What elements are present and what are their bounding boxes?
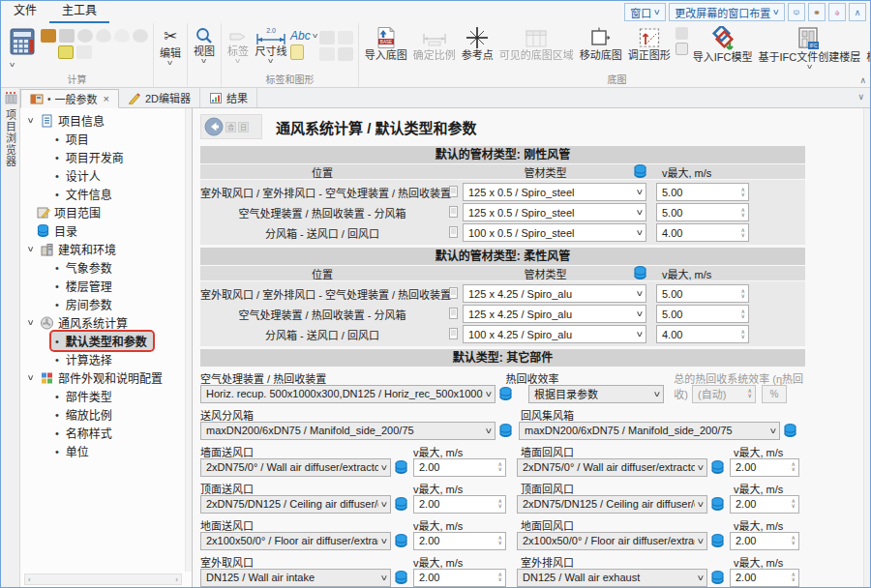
database-icon[interactable] — [395, 571, 407, 585]
machine-tool-icon[interactable] — [41, 29, 56, 43]
outlet-combobox[interactable]: 2xDN75/DN125 / Ceiling air diffuser/extr… — [517, 495, 707, 514]
database-icon[interactable] — [711, 534, 724, 548]
spinner-arrows[interactable]: ∧∨ — [498, 536, 502, 545]
tree-node-units[interactable]: •单位 — [20, 442, 192, 460]
outlet-combobox[interactable]: DN125 / Wall air intake∨ — [200, 569, 391, 587]
tree-node-ventilation-calc[interactable]: ∨ 通风系统计算 — [20, 313, 192, 332]
database-icon[interactable] — [395, 460, 407, 475]
copy-page-icon[interactable] — [447, 327, 460, 341]
spinner-arrows[interactable]: ∧∨ — [792, 462, 796, 472]
pump-tool-icon[interactable] — [59, 29, 75, 43]
vmax-spinner[interactable]: 2.00∧∨ — [730, 495, 799, 514]
material-button[interactable] — [808, 3, 826, 21]
vmax-spinner[interactable]: 2.00∧∨ — [730, 458, 799, 477]
copy-page-icon[interactable] — [447, 286, 460, 301]
table2-icon[interactable] — [338, 47, 353, 61]
spinner-arrows[interactable]: ∧∨ — [741, 208, 745, 218]
database-icon[interactable] — [711, 460, 724, 475]
edit-button[interactable]: ✂ 编辑 ∨ — [157, 25, 184, 67]
import-basemap-button[interactable]: 导入底图 — [362, 25, 410, 63]
vmax-spinner[interactable]: 5.00∧∨ — [656, 203, 749, 221]
move-basemap-button[interactable]: 移动底图 — [577, 25, 625, 63]
spinner-arrows[interactable]: ∧∨ — [741, 188, 745, 197]
copy-page-icon[interactable] — [447, 307, 460, 321]
tree-node-developer[interactable]: •项目开发商 — [20, 148, 192, 166]
spinner-arrows[interactable]: ∧∨ — [498, 573, 502, 582]
tree-node-building-env[interactable]: ∨ 建筑和环境 — [20, 240, 192, 258]
tree-node-default-types[interactable]: • 默认类型和参数 — [20, 332, 192, 350]
yellow-duct-icon[interactable] — [58, 45, 74, 59]
database-icon[interactable] — [711, 571, 724, 585]
ahu-combobox[interactable]: Horiz. recup. 500x1000x300,DN125 / Horiz… — [200, 385, 496, 403]
list2-icon[interactable] — [319, 47, 335, 61]
tree-node-room-params[interactable]: •房间参数 — [20, 295, 192, 313]
duct-type-combobox[interactable]: 100 x 4.25 / Spiro_alu∨ — [463, 325, 646, 343]
tree-horizontal-scrollbar[interactable]: ‹ › — [24, 573, 182, 585]
expander-icon[interactable]: ∨ — [23, 373, 38, 382]
database-icon[interactable] — [395, 534, 407, 548]
table-icon[interactable] — [338, 31, 353, 44]
vmax-spinner[interactable]: 4.00∧∨ — [656, 223, 749, 242]
supply-manifold-combobox[interactable]: maxDN200/6xDN75 / Manifold_side_200/75∨ — [200, 422, 496, 440]
list-icon[interactable] — [319, 31, 335, 44]
expander-icon[interactable]: ∨ — [23, 116, 38, 125]
drop2-tool-icon[interactable] — [114, 29, 130, 43]
copy-page-icon[interactable] — [447, 225, 460, 240]
vmax-spinner[interactable]: 5.00∧∨ — [656, 284, 749, 303]
tab-2d-editor[interactable]: 2D编辑器 — [119, 88, 200, 107]
vmax-spinner[interactable]: 2.00∧∨ — [413, 495, 506, 514]
vmax-spinner[interactable]: 4.00∧∨ — [656, 325, 749, 343]
target-icon[interactable] — [676, 43, 688, 55]
copy-tool-icon[interactable] — [76, 45, 92, 59]
tree-node-name-style[interactable]: •名称样式 — [20, 424, 192, 442]
database-icon[interactable] — [634, 164, 646, 179]
main-vertical-scrollbar[interactable] — [863, 108, 870, 587]
database-icon[interactable] — [395, 497, 407, 512]
screen-layout-dropdown[interactable]: 更改屏幕的窗口布置 ∨ — [669, 3, 785, 21]
expander-icon[interactable]: ∨ — [23, 318, 38, 327]
gear-tool-icon[interactable] — [133, 29, 148, 43]
outlet-combobox[interactable]: 2xDN75/0° / Wall air diffuser/extractor∨ — [200, 458, 391, 477]
tab-general-parameters[interactable]: • 一般参数 × — [20, 89, 119, 108]
abc-text-button[interactable]: Abc ∨ — [290, 29, 317, 43]
spinner-arrows[interactable]: ∧∨ — [741, 228, 745, 238]
spinner-arrows[interactable]: ∧∨ — [498, 462, 502, 472]
set-scale-button[interactable]: 确定比例 — [410, 25, 459, 63]
return-manifold-combobox[interactable]: maxDN200/6xDN75 / Manifold_side_200/75∨ — [519, 422, 780, 440]
copy-page-icon[interactable] — [447, 185, 460, 199]
heat-recovery-combobox[interactable]: 根据目录参数∨ — [528, 385, 664, 403]
tab-results[interactable]: 结果 — [200, 88, 257, 107]
spinner-arrows[interactable]: ∧∨ — [792, 573, 796, 582]
vmax-spinner[interactable]: 2.00∧∨ — [413, 532, 506, 550]
spinner-arrows[interactable]: ∧∨ — [741, 330, 745, 339]
adjust-graphic-button[interactable]: 调正图形 — [625, 25, 674, 63]
tree-node-project[interactable]: •项目 — [20, 130, 192, 148]
duct-type-combobox[interactable]: 100 x 0.5 / Spiro_steel∨ — [463, 223, 646, 242]
calculate-button[interactable]: ∨ — [4, 25, 39, 68]
floors-from-ifc-button[interactable]: 基于IFC文件创建楼层 ∨ — [756, 25, 864, 71]
spinner-arrows[interactable]: ∧∨ — [498, 499, 502, 509]
view-button[interactable]: 视图 ∨ — [191, 25, 218, 65]
scroll-left-icon[interactable]: ‹ — [28, 575, 31, 584]
database-icon[interactable] — [711, 497, 724, 512]
duct-type-combobox[interactable]: 125 x 4.25 / Spiro_alu∨ — [463, 305, 646, 323]
yellow-page-icon[interactable] — [290, 44, 304, 60]
close-icon[interactable]: × — [104, 93, 109, 104]
spinner-arrows[interactable]: ∧∨ — [792, 499, 796, 509]
database-icon[interactable] — [634, 266, 646, 280]
vmax-spinner[interactable]: 2.00∧∨ — [730, 569, 799, 587]
project-browser-vertical-tab[interactable]: 项目浏览器 — [3, 109, 18, 167]
visible-area-button[interactable]: 可见的底图区域 — [496, 25, 577, 63]
nav-mini-button-2[interactable]: 日 — [238, 122, 249, 132]
spinner-arrows[interactable]: ∧∨ — [792, 536, 796, 545]
expander-icon[interactable]: ∨ — [23, 245, 38, 253]
columns-icon[interactable] — [676, 27, 688, 40]
tree-node-project-scope[interactable]: 项目范围 — [20, 203, 192, 221]
drop-button[interactable] — [828, 3, 846, 21]
tree-node-component-type[interactable]: •部件类型 — [20, 387, 192, 405]
duct-type-combobox[interactable]: 125 x 0.5 / Spiro_steel∨ — [463, 203, 646, 221]
copy-page-icon[interactable] — [447, 205, 460, 220]
panel-icon[interactable] — [4, 91, 17, 104]
monitor-button[interactable] — [788, 3, 805, 21]
reference-point-button[interactable]: 参考点 — [459, 25, 496, 63]
